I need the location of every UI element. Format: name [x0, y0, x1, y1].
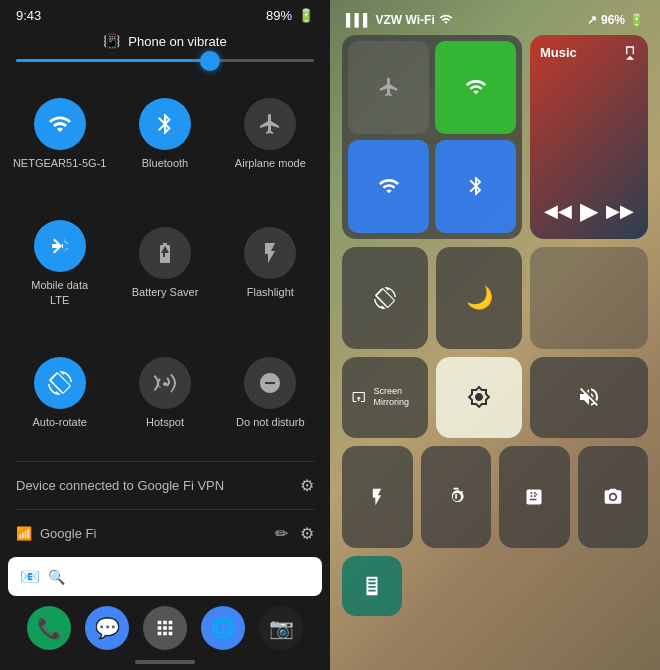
- tile-airplane[interactable]: Airplane mode: [219, 74, 322, 194]
- vibrate-label: Phone on vibrate: [128, 34, 226, 49]
- android-status-bar: 9:43 89% 🔋: [0, 0, 330, 27]
- airplane-tile-label: Airplane mode: [235, 156, 306, 170]
- ios-wifi-tile[interactable]: [348, 140, 429, 233]
- slider-track: [16, 59, 314, 62]
- airplane-tile-icon: [244, 98, 296, 150]
- battery-saver-tile-icon: [139, 227, 191, 279]
- android-tiles-grid: NETGEAR51-5G-1 Bluetooth Airplane mode M…: [0, 70, 330, 457]
- ios-timer-tile[interactable]: [421, 446, 492, 548]
- dnd-tile-icon: [244, 357, 296, 409]
- ios-signal-area: ▌▌▌ VZW Wi-Fi: [346, 12, 453, 27]
- signal-bars-icon: ▌▌▌: [346, 13, 372, 27]
- slider-thumb[interactable]: [200, 51, 220, 71]
- tile-bluetooth[interactable]: Bluetooth: [113, 74, 216, 194]
- vibrate-icon: 📳: [103, 33, 120, 49]
- apps-icon[interactable]: [143, 606, 187, 650]
- flashlight-label: Flashlight: [247, 285, 294, 299]
- tile-auto-rotate[interactable]: Auto-rotate: [8, 333, 111, 453]
- carrier-actions: ✏ ⚙: [275, 524, 314, 543]
- android-dock: 📞 💬 🌐 📷: [0, 600, 330, 656]
- ios-unknown-tile[interactable]: [530, 247, 648, 349]
- ios-camera-tile[interactable]: [578, 446, 649, 548]
- hotspot-label: Hotspot: [146, 415, 184, 429]
- auto-rotate-tile-icon: [34, 357, 86, 409]
- ios-bluetooth-tile[interactable]: [435, 140, 516, 233]
- mobile-tile-label: Mobile data: [31, 278, 88, 292]
- ios-brightness-tile[interactable]: [436, 357, 522, 438]
- messages-app-icon[interactable]: 💬: [85, 606, 129, 650]
- settings-icon[interactable]: ⚙: [300, 524, 314, 543]
- ios-dnd-tile[interactable]: 🌙: [436, 247, 522, 349]
- android-search-bar[interactable]: 📧 🔍: [8, 557, 322, 596]
- android-battery-icon: 🔋: [298, 8, 314, 23]
- ios-rotation-lock-tile[interactable]: [342, 247, 428, 349]
- brightness-slider-container[interactable]: [0, 55, 330, 70]
- ios-mute-tile[interactable]: [530, 357, 648, 438]
- moon-icon: 🌙: [466, 285, 493, 311]
- mobile-tile-icon: [34, 220, 86, 272]
- divider-2: [16, 509, 314, 510]
- ios-calculator-tile[interactable]: [499, 446, 570, 548]
- ios-screen-mirror-tile[interactable]: Screen Mirroring: [342, 357, 428, 438]
- ios-panel: ▌▌▌ VZW Wi-Fi ↗ 96% 🔋: [330, 0, 660, 670]
- search-shortcut-icon: 🔍: [48, 569, 65, 585]
- tile-dnd[interactable]: Do not disturb: [219, 333, 322, 453]
- ios-battery-pct: 96%: [601, 13, 625, 27]
- chrome-icon[interactable]: 🌐: [201, 606, 245, 650]
- mobile-tile-sublabel: LTE: [50, 293, 69, 307]
- tile-flashlight[interactable]: Flashlight: [219, 196, 322, 331]
- wifi-tile-label: NETGEAR51-5G-1: [13, 156, 107, 170]
- ios-carrier-label: VZW Wi-Fi: [376, 13, 435, 27]
- dnd-label: Do not disturb: [236, 415, 304, 429]
- tile-wifi[interactable]: NETGEAR51-5G-1: [8, 74, 111, 194]
- vibrate-bar: 📳 Phone on vibrate: [0, 27, 330, 55]
- carrier-label: Google Fi: [40, 526, 96, 541]
- music-title: Music: [540, 45, 577, 60]
- auto-rotate-label: Auto-rotate: [32, 415, 86, 429]
- vpn-label: Device connected to Google Fi VPN: [16, 478, 224, 493]
- wifi-tile-icon: [34, 98, 86, 150]
- ios-wifi-icon: [439, 12, 453, 27]
- vpn-settings-icon[interactable]: ⚙: [300, 476, 314, 495]
- ios-battery-area: ↗ 96% 🔋: [587, 13, 644, 27]
- edit-icon[interactable]: ✏: [275, 524, 288, 543]
- ios-remote-tile[interactable]: [342, 556, 402, 616]
- ios-status-bar: ▌▌▌ VZW Wi-Fi ↗ 96% 🔋: [338, 8, 652, 31]
- ios-music-block[interactable]: Music ◀◀ ▶ ▶▶: [530, 35, 648, 239]
- airplay-icon[interactable]: [622, 45, 638, 64]
- music-controls: ◀◀ ▶ ▶▶: [540, 193, 638, 229]
- android-panel: 9:43 89% 🔋 📳 Phone on vibrate NETGEAR51-…: [0, 0, 330, 670]
- tile-mobile-data[interactable]: Mobile data LTE: [8, 196, 111, 331]
- outlook-icon: 📧: [20, 567, 40, 586]
- flashlight-tile-icon: [244, 227, 296, 279]
- divider-1: [16, 461, 314, 462]
- ios-airplane-tile[interactable]: [348, 41, 429, 134]
- ios-cellular-tile[interactable]: [435, 41, 516, 134]
- prev-button[interactable]: ◀◀: [540, 196, 576, 226]
- ios-connectivity-block: [342, 35, 522, 239]
- android-battery-text: 89%: [266, 8, 292, 23]
- phone-app-icon[interactable]: 📞: [27, 606, 71, 650]
- android-time: 9:43: [16, 8, 41, 23]
- battery-saver-label: Battery Saver: [132, 285, 199, 299]
- ios-battery-icon: 🔋: [629, 13, 644, 27]
- slider-fill: [16, 59, 210, 62]
- location-icon: ↗: [587, 13, 597, 27]
- camera-icon[interactable]: 📷: [259, 606, 303, 650]
- ios-flashlight-tile[interactable]: [342, 446, 413, 548]
- home-indicator[interactable]: [135, 660, 195, 664]
- next-button[interactable]: ▶▶: [602, 196, 638, 226]
- signal-icon: 📶: [16, 526, 32, 541]
- carrier-row: 📶 Google Fi ✏ ⚙: [0, 514, 330, 553]
- bluetooth-tile-label: Bluetooth: [142, 156, 188, 170]
- tile-battery-saver[interactable]: Battery Saver: [113, 196, 216, 331]
- play-button[interactable]: ▶: [576, 193, 602, 229]
- tile-hotspot[interactable]: Hotspot: [113, 333, 216, 453]
- bluetooth-tile-icon: [139, 98, 191, 150]
- screen-mirroring-label: Screen Mirroring: [373, 386, 418, 409]
- hotspot-tile-icon: [139, 357, 191, 409]
- vpn-row: Device connected to Google Fi VPN ⚙: [0, 466, 330, 505]
